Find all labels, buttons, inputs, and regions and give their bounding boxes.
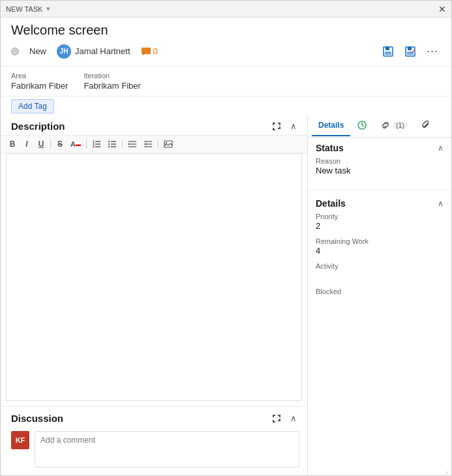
- tabs-bar: Details (1): [308, 115, 451, 138]
- area-value[interactable]: Fabrikam Fiber: [11, 81, 68, 91]
- tags-row: Add Tag: [1, 97, 451, 115]
- tab-links[interactable]: (1): [374, 115, 414, 137]
- save-close-button[interactable]: [402, 44, 419, 59]
- description-content[interactable]: [6, 153, 302, 401]
- tab-attachments[interactable]: [414, 115, 438, 137]
- blocked-label: Blocked: [316, 288, 444, 295]
- tab-details[interactable]: Details: [312, 115, 350, 136]
- remaining-work-value[interactable]: 4: [316, 246, 444, 256]
- comment-box: KF: [1, 427, 307, 475]
- meta-row: New JH Jamal Hartnett 0 ···: [11, 43, 441, 63]
- strikethrough-button[interactable]: S: [53, 138, 67, 150]
- image-button[interactable]: [161, 139, 175, 149]
- discussion-section: Discussion ∧ KF: [1, 406, 307, 475]
- description-title: Description: [11, 121, 65, 132]
- outdent-button[interactable]: [141, 139, 155, 149]
- svg-marker-24: [128, 143, 130, 145]
- ul-icon: [108, 140, 117, 148]
- underline-button[interactable]: U: [35, 138, 48, 150]
- expand-description-button[interactable]: [269, 120, 284, 132]
- remaining-work-field: Remaining Work 4: [316, 237, 444, 256]
- details-chevron[interactable]: ∧: [438, 199, 444, 208]
- ol-icon: 123: [92, 140, 101, 148]
- left-panel: Description ∧ B I U S A▬ 123: [1, 115, 308, 475]
- iteration-value[interactable]: Fabrikam Fiber: [83, 81, 140, 91]
- svg-rect-3: [385, 47, 389, 50]
- title-bar: NEW TASK ▾ ✕: [1, 1, 451, 18]
- collapse-discussion-button[interactable]: ∧: [288, 412, 299, 424]
- svg-rect-0: [142, 48, 151, 54]
- activity-label: Activity: [316, 262, 444, 270]
- save-icon: [382, 46, 394, 57]
- expand-icon: [272, 122, 281, 131]
- section-divider-1: [308, 190, 451, 190]
- indent-button[interactable]: [125, 139, 140, 149]
- expand-discussion-icon: [272, 414, 281, 423]
- save-button[interactable]: [380, 44, 397, 59]
- reason-value[interactable]: New task: [316, 166, 444, 175]
- discussion-header: Discussion ∧: [1, 407, 307, 427]
- save-close-icon: [404, 46, 416, 57]
- close-button[interactable]: ✕: [438, 5, 446, 14]
- tab-details-label: Details: [318, 121, 344, 130]
- discussion-title: Discussion: [11, 413, 63, 424]
- details-section-title-row: Details ∧: [316, 198, 444, 209]
- details-section-label: Details: [316, 198, 346, 209]
- comment-badge[interactable]: 0: [141, 46, 158, 56]
- svg-point-19: [108, 143, 110, 145]
- user-avatar: KF: [11, 431, 29, 449]
- iteration-label: Iteration: [83, 72, 140, 80]
- priority-label: Priority: [316, 213, 444, 220]
- assignee[interactable]: JH Jamal Hartnett: [57, 44, 130, 59]
- collapse-description-button[interactable]: ∧: [288, 120, 299, 132]
- indent-icon: [128, 140, 137, 148]
- priority-value[interactable]: 2: [316, 221, 444, 231]
- history-icon: [357, 120, 367, 130]
- tab-history[interactable]: [350, 115, 374, 137]
- area-field: Area Fabrikam Fiber: [11, 72, 68, 91]
- italic-button[interactable]: I: [20, 138, 33, 150]
- page-title: Welcome screen: [11, 23, 441, 38]
- status-label[interactable]: New: [29, 46, 46, 56]
- status-chevron[interactable]: ∧: [438, 143, 444, 153]
- status-section-label: Status: [316, 143, 344, 153]
- svg-point-18: [108, 141, 110, 142]
- comment-count: 0: [153, 46, 158, 56]
- link-icon: [380, 120, 391, 130]
- svg-rect-4: [385, 52, 391, 55]
- unordered-list-button[interactable]: [105, 139, 119, 149]
- resize-handle[interactable]: ⌟: [445, 467, 449, 474]
- blocked-value[interactable]: [316, 296, 444, 306]
- more-options-button[interactable]: ···: [424, 43, 441, 59]
- description-actions: ∧: [269, 120, 299, 132]
- svg-marker-1: [143, 54, 145, 55]
- status-section-title-row: Status ∧: [316, 143, 444, 153]
- pin-icon[interactable]: ▾: [46, 5, 50, 13]
- area-label: Area: [11, 72, 68, 80]
- add-tag-button[interactable]: Add Tag: [11, 99, 54, 113]
- iteration-field: Iteration Fabrikam Fiber: [83, 72, 140, 91]
- bold-button[interactable]: B: [6, 138, 19, 150]
- status-section: Status ∧ Reason New task: [308, 138, 451, 187]
- svg-point-30: [166, 142, 167, 143]
- details-section: Details ∧ Priority 2 Remaining Work 4 Ac…: [308, 193, 451, 318]
- activity-value[interactable]: [316, 271, 444, 281]
- expand-discussion-button[interactable]: [269, 412, 284, 424]
- ordered-list-button[interactable]: 123: [89, 139, 104, 149]
- main-area: Description ∧ B I U S A▬ 123: [1, 115, 451, 475]
- user-initials: KF: [16, 436, 25, 444]
- svg-text:3: 3: [93, 145, 95, 148]
- reason-label: Reason: [316, 157, 444, 165]
- description-toolbar: B I U S A▬ 123: [1, 135, 307, 153]
- priority-field: Priority 2: [316, 213, 444, 231]
- comment-input[interactable]: [35, 431, 299, 468]
- comment-icon: [141, 47, 151, 56]
- outdent-icon: [143, 140, 153, 148]
- svg-marker-28: [144, 143, 146, 145]
- description-section-header: Description ∧: [1, 115, 307, 135]
- right-panel: Details (1) Status ∧: [308, 115, 451, 475]
- activity-field: Activity: [316, 262, 444, 281]
- color-text-button[interactable]: A▬: [68, 139, 83, 149]
- title-bar-left: NEW TASK ▾: [6, 5, 50, 13]
- svg-point-20: [108, 146, 110, 147]
